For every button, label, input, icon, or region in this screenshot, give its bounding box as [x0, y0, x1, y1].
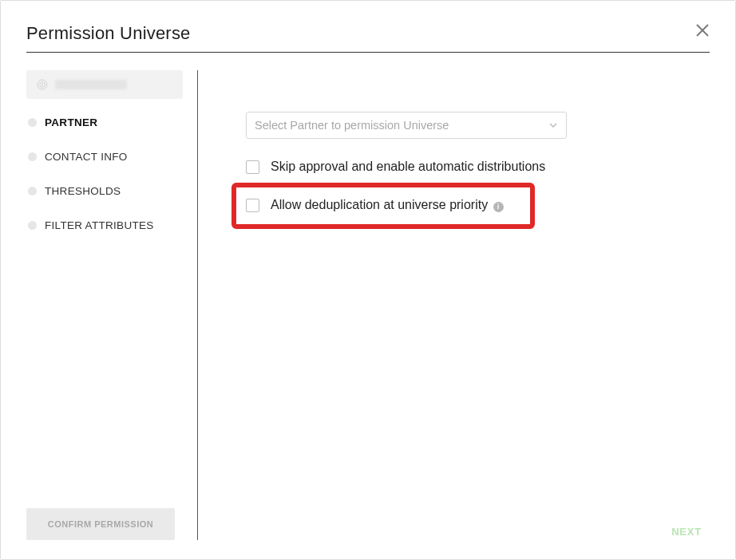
close-button[interactable]	[695, 23, 710, 37]
modal-title: Permission Universe	[26, 23, 191, 44]
allow-dedup-checkbox[interactable]	[246, 199, 259, 212]
step-dot-icon	[28, 187, 37, 195]
skip-approval-checkbox[interactable]	[246, 160, 259, 174]
wizard-sidebar: PARTNER CONTACT INFO THRESHOLDS FILTER A…	[26, 70, 198, 540]
step-label: CONTACT INFO	[45, 151, 128, 163]
step-thresholds[interactable]: THRESHOLDS	[28, 185, 183, 197]
select-placeholder: Select Partner to permission Universe	[255, 119, 449, 132]
step-list: PARTNER CONTACT INFO THRESHOLDS FILTER A…	[26, 116, 183, 508]
skip-approval-label: Skip approval and enable automatic distr…	[271, 160, 545, 174]
step-contact-info[interactable]: CONTACT INFO	[28, 151, 183, 163]
step-label: PARTNER	[45, 116, 97, 128]
universe-chip	[26, 70, 183, 99]
target-icon	[36, 78, 49, 91]
universe-name-placeholder	[55, 80, 127, 89]
chevron-down-icon	[548, 120, 558, 130]
partner-select[interactable]: Select Partner to permission Universe	[246, 112, 567, 139]
next-button[interactable]: NEXT	[671, 526, 702, 538]
step-dot-icon	[28, 118, 37, 127]
step-dot-icon	[28, 152, 37, 161]
skip-approval-row: Skip approval and enable automatic distr…	[246, 156, 710, 177]
close-icon	[695, 23, 710, 37]
main-panel: Select Partner to permission Universe Sk…	[198, 70, 710, 540]
step-filter-attributes[interactable]: FILTER ATTRIBUTES	[28, 219, 183, 231]
svg-point-4	[42, 84, 43, 85]
step-label: FILTER ATTRIBUTES	[45, 219, 154, 231]
step-dot-icon	[28, 221, 37, 230]
step-label: THRESHOLDS	[45, 185, 121, 197]
confirm-permission-button[interactable]: CONFIRM PERMISSION	[26, 508, 175, 540]
allow-dedup-label: Allow deduplication at universe priority…	[271, 198, 504, 212]
step-partner[interactable]: PARTNER	[28, 116, 183, 128]
info-icon[interactable]: i	[493, 202, 504, 212]
allow-dedup-row: Allow deduplication at universe priority…	[246, 195, 710, 215]
